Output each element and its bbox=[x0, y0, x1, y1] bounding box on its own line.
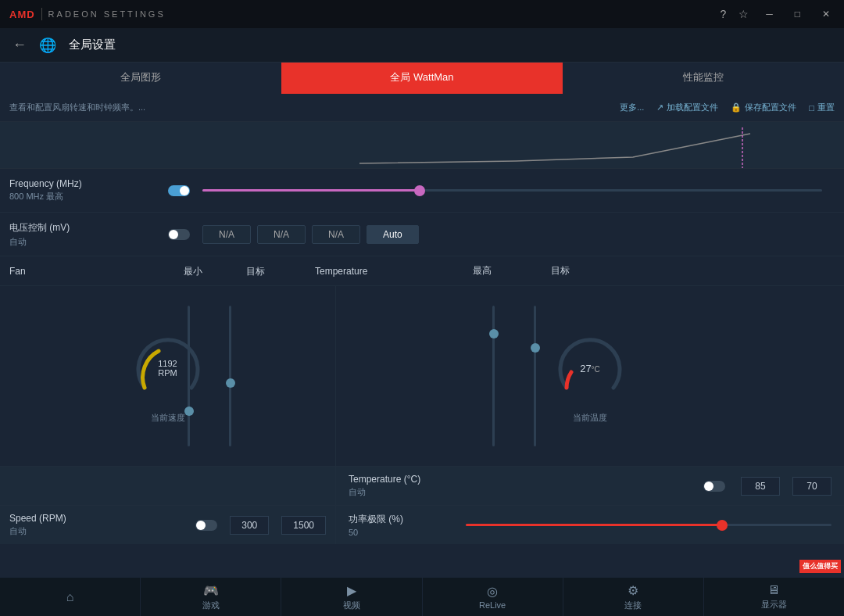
temp-target-slider-track bbox=[534, 306, 536, 446]
frequency-toggle-knob bbox=[180, 186, 189, 195]
power-limit-label-area: 功率极限 (%) 50 bbox=[349, 513, 466, 537]
voltage-options: N/A N/A N/A Auto bbox=[190, 225, 835, 244]
help-icon[interactable]: ? bbox=[720, 8, 726, 20]
temperature-row: Temperature (°C) 自动 85 70 bbox=[0, 466, 844, 505]
power-limit-sublabel: 50 bbox=[349, 528, 466, 537]
fan-speed-min-value[interactable]: 300 bbox=[230, 516, 269, 535]
temperature-toggle[interactable] bbox=[703, 481, 725, 492]
power-slider-fill bbox=[466, 524, 722, 526]
titlebar-icons: ? ☆ ─ □ ✕ bbox=[720, 7, 835, 21]
temp-vertical-sliders bbox=[492, 302, 536, 450]
video-icon: ▶ bbox=[347, 583, 356, 598]
temperature-max-value[interactable]: 85 bbox=[741, 477, 780, 496]
more-button[interactable]: 更多... bbox=[620, 102, 644, 113]
fan-gauge-area: 1192 RPM 当前速度 bbox=[0, 286, 336, 466]
logo-separator bbox=[41, 8, 42, 20]
temperature-target-value[interactable]: 70 bbox=[792, 477, 831, 496]
fan-speed-values: 300 1500 bbox=[230, 516, 326, 535]
upload-icon: ↗ bbox=[656, 102, 663, 113]
nav-home[interactable]: ⌂ bbox=[0, 578, 141, 616]
reset-icon: □ bbox=[809, 103, 814, 113]
frequency-slider-thumb[interactable] bbox=[414, 185, 425, 196]
nav-video[interactable]: ▶ 视频 bbox=[281, 578, 422, 616]
nav-games[interactable]: 🎮 游戏 bbox=[141, 578, 281, 616]
voltage-option-0[interactable]: N/A bbox=[202, 225, 251, 244]
fan-bottom-left bbox=[0, 467, 336, 505]
voltage-option-3[interactable]: Auto bbox=[367, 225, 419, 244]
voltage-sublabel: 自动 bbox=[9, 236, 162, 248]
fan-target-label: 目标 bbox=[246, 266, 265, 277]
speed-power-row: Speed (RPM) 自动 300 1500 功率极限 (%) 50 bbox=[0, 505, 844, 544]
frequency-label: Frequency (MHz) bbox=[9, 178, 162, 189]
fan-speed-label: Speed (RPM) bbox=[9, 513, 195, 524]
star-icon[interactable]: ☆ bbox=[738, 8, 749, 20]
relive-label: ReLive bbox=[479, 600, 506, 610]
titlebar-logo: AMD RADEON SETTINGS bbox=[9, 8, 166, 20]
tab-graphics[interactable]: 全局图形 bbox=[0, 63, 281, 94]
toolbar-description: 查看和配置风扇转速和时钟频率。... bbox=[9, 102, 604, 113]
power-slider-thumb[interactable] bbox=[717, 520, 728, 531]
globe-icon: 🌐 bbox=[39, 37, 56, 54]
frequency-sublabel: 800 MHz 最高 bbox=[9, 191, 162, 202]
fan-gauge-label: 当前速度 bbox=[151, 412, 185, 424]
reset-button[interactable]: □ 重置 bbox=[809, 102, 835, 113]
connect-icon: ⚙ bbox=[628, 583, 638, 598]
tab-wattman[interactable]: 全局 WattMan bbox=[281, 63, 563, 94]
power-limit-slider-track[interactable] bbox=[466, 524, 831, 526]
titlebar: AMD RADEON SETTINGS ? ☆ ─ □ ✕ bbox=[0, 0, 844, 28]
fan-speed-target-value[interactable]: 1500 bbox=[281, 516, 326, 535]
navbar: ← 🌐 全局设置 bbox=[0, 28, 844, 63]
load-config-button[interactable]: ↗ 加载配置文件 bbox=[656, 102, 718, 113]
tab-monitor[interactable]: 性能监控 bbox=[563, 63, 844, 94]
fan-speed-toggle[interactable] bbox=[195, 520, 217, 531]
temp-gauge-area: 27°C 当前温度 bbox=[336, 286, 844, 466]
display-icon: 🖥 bbox=[767, 583, 780, 597]
power-limit-area: 功率极限 (%) 50 bbox=[336, 513, 844, 537]
frequency-chart bbox=[359, 126, 828, 169]
voltage-option-2[interactable]: N/A bbox=[312, 225, 360, 244]
fan-speed-label-area: Speed (RPM) 自动 bbox=[9, 513, 195, 537]
temp-target-slider[interactable] bbox=[534, 302, 536, 450]
games-icon: 🎮 bbox=[203, 583, 219, 598]
temperature-label: Temperature (°C) bbox=[349, 474, 703, 485]
fan-min-label: 最小 bbox=[184, 266, 202, 277]
voltage-option-1[interactable]: N/A bbox=[257, 225, 306, 244]
temp-gauge-label: 当前温度 bbox=[573, 412, 607, 424]
fan-target-slider[interactable] bbox=[229, 302, 231, 450]
display-label: 显示器 bbox=[761, 599, 787, 611]
save-config-button[interactable]: 🔒 保存配置文件 bbox=[731, 102, 796, 113]
temp-max-slider-track bbox=[492, 306, 495, 446]
frequency-slider-track[interactable] bbox=[202, 189, 822, 192]
fan-circular-gauge: 1192 RPM bbox=[129, 329, 207, 407]
fan-target-slider-track bbox=[229, 306, 231, 446]
gauges-area: 1192 RPM 当前速度 bbox=[0, 286, 844, 466]
temp-gauge-value: 27°C bbox=[580, 362, 600, 374]
temperature-label-area: Temperature (°C) 自动 bbox=[349, 474, 703, 498]
radeon-settings-text: RADEON SETTINGS bbox=[48, 9, 166, 19]
temperature-toggle-knob bbox=[704, 482, 713, 491]
temp-max-slider[interactable] bbox=[492, 302, 495, 450]
temperature-sublabel: 自动 bbox=[349, 486, 703, 498]
temp-target-label: 目标 bbox=[521, 264, 599, 278]
voltage-toggle[interactable] bbox=[168, 229, 190, 240]
temperature-values: 85 70 bbox=[741, 477, 831, 496]
close-button[interactable]: ✕ bbox=[817, 7, 835, 21]
relive-icon: ◎ bbox=[487, 584, 498, 599]
toolbar-actions: 更多... ↗ 加载配置文件 🔒 保存配置文件 □ 重置 bbox=[620, 102, 835, 113]
nav-relive[interactable]: ◎ ReLive bbox=[423, 578, 563, 616]
frequency-toggle[interactable] bbox=[168, 185, 190, 196]
save-icon: 🔒 bbox=[731, 102, 742, 113]
maximize-button[interactable]: □ bbox=[790, 7, 805, 21]
watermark: 值么值得买 bbox=[799, 560, 841, 573]
bottom-navigation: ⌂ 🎮 游戏 ▶ 视频 ◎ ReLive ⚙ 连接 🖥 显示器 bbox=[0, 577, 844, 616]
temp-max-slider-thumb bbox=[489, 329, 499, 338]
fan-section-title: Fan bbox=[9, 266, 162, 277]
page-title: 全局设置 bbox=[69, 38, 116, 52]
fan-speed-toggle-knob bbox=[196, 521, 206, 530]
temp-section-title: Temperature bbox=[302, 266, 443, 277]
back-button[interactable]: ← bbox=[13, 37, 27, 53]
nav-display[interactable]: 🖥 显示器 bbox=[704, 578, 844, 616]
voltage-label: 电压控制 (mV) bbox=[9, 221, 162, 235]
minimize-button[interactable]: ─ bbox=[761, 7, 778, 21]
nav-connect[interactable]: ⚙ 连接 bbox=[563, 578, 704, 616]
